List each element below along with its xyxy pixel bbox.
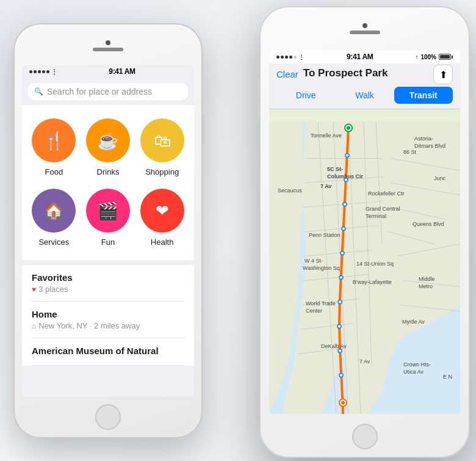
status-bar-left: ⋮ 9:41 AM	[22, 65, 194, 78]
svg-text:86 St: 86 St	[403, 149, 417, 155]
shopping-label: Shopping	[145, 167, 179, 176]
tab-walk[interactable]: Walk	[335, 87, 394, 104]
home-button-right[interactable]	[352, 424, 378, 449]
svg-text:World Trade: World Trade	[306, 300, 336, 307]
health-icon-circle: ❤	[140, 189, 184, 233]
status-right-right: ↑ 100%	[415, 54, 453, 60]
share-button[interactable]: ⬆	[433, 65, 453, 84]
status-time-left: 9:41 AM	[109, 67, 135, 76]
list-item-home[interactable]: Home ⌂ New York, NY · 2 miles away	[32, 302, 184, 338]
status-bar-right: ⋮ 9:41 AM ↑ 100%	[269, 50, 460, 64]
fun-icon: 🎬	[97, 201, 118, 221]
signal-dots-right	[276, 56, 297, 59]
svg-text:Middle: Middle	[419, 276, 435, 282]
category-drinks[interactable]: ☕ Drinks	[81, 112, 135, 183]
right-phone-screen: ⋮ 9:41 AM ↑ 100% ⬆	[269, 50, 460, 414]
categories-grid: 🍴 Food ☕ Drinks 🛍 Shopping	[22, 105, 194, 260]
clear-button[interactable]: Clear	[276, 69, 298, 79]
svg-point-27	[347, 126, 350, 130]
svg-text:Center: Center	[306, 308, 322, 314]
svg-text:Penn Station: Penn Station	[309, 232, 341, 238]
svg-text:Crown Hts-: Crown Hts-	[403, 361, 431, 368]
services-icon-circle: 🏠	[32, 189, 76, 233]
category-services[interactable]: 🏠 Services	[27, 183, 81, 253]
category-shopping[interactable]: 🛍 Shopping	[135, 112, 189, 183]
status-left-right: ⋮	[276, 54, 305, 60]
fun-icon-circle: 🎬	[86, 189, 130, 233]
maps-transit-app: ⬆ Clear To Prospect Park Drive Walk Tran…	[269, 64, 460, 414]
health-icon: ❤	[156, 201, 169, 220]
svg-point-36	[338, 300, 342, 304]
fun-label: Fun	[101, 238, 115, 247]
tab-transit[interactable]: Transit	[394, 87, 453, 104]
status-left-left: ⋮	[29, 68, 57, 75]
home-icon: ⌂	[32, 322, 36, 330]
svg-text:B'way-Lafayette: B'way-Lafayette	[353, 279, 392, 285]
signal-arrow-icon: ↑	[415, 54, 418, 60]
home-button[interactable]	[95, 404, 121, 430]
favorites-sub: ♥ 3 places	[32, 285, 184, 294]
map-area[interactable]: Tonnelle Ave 86 St Astoria- Ditmars Blvd…	[269, 109, 460, 414]
speaker-bar	[93, 48, 123, 51]
svg-point-39	[339, 374, 343, 377]
speaker-bar-right	[350, 31, 380, 34]
volume-down-right[interactable]	[257, 103, 259, 120]
power-button[interactable]	[203, 115, 205, 145]
header-top-row: Clear To Prospect Park	[276, 67, 453, 83]
svg-text:Washington Sq: Washington Sq	[303, 265, 340, 271]
battery-cap	[452, 56, 453, 59]
svg-point-37	[337, 325, 341, 329]
services-icon: 🏠	[44, 201, 63, 220]
maps-search-app: 🔍 Search for place or address 🍴 Food ☕ D…	[22, 78, 194, 397]
heart-icon: ♥	[32, 285, 36, 294]
favorites-title: Favorites	[32, 272, 184, 283]
phone-left: ⋮ 9:41 AM 🔍 Search for place or address …	[13, 23, 203, 438]
search-bar[interactable]: 🔍 Search for place or address	[28, 83, 188, 100]
volume-up-button[interactable]	[11, 96, 13, 114]
food-icon-circle: 🍴	[32, 118, 76, 162]
svg-text:Utica Av: Utica Av	[403, 369, 424, 375]
category-fun[interactable]: 🎬 Fun	[81, 183, 135, 253]
drinks-icon-circle: ☕	[86, 118, 130, 162]
battery-fill	[440, 55, 450, 59]
battery-icon-right	[439, 54, 453, 60]
svg-text:Ditmars Blvd: Ditmars Blvd	[414, 143, 445, 149]
svg-text:Terminal: Terminal	[366, 213, 386, 219]
home-title: Home	[32, 309, 184, 319]
health-label: Health	[151, 238, 174, 247]
battery-body	[439, 54, 451, 60]
wifi-icon-right: ⋮	[298, 54, 305, 60]
category-food[interactable]: 🍴 Food	[27, 112, 81, 183]
search-input-placeholder[interactable]: Search for place or address	[47, 87, 152, 96]
home-sub: ⌂ New York, NY · 2 miles away	[32, 321, 184, 330]
svg-text:Secaucus: Secaucus	[278, 187, 302, 194]
volume-up-right[interactable]	[257, 79, 259, 96]
svg-text:E N: E N	[443, 374, 452, 380]
list-item-favorites[interactable]: Favorites ♥ 3 places	[32, 265, 184, 302]
transit-header: ⬆ Clear To Prospect Park Drive Walk Tran…	[269, 64, 460, 109]
volume-down-button[interactable]	[11, 120, 13, 137]
svg-text:7 Av: 7 Av	[359, 358, 370, 365]
food-icon: 🍴	[43, 131, 65, 151]
svg-point-30	[345, 154, 349, 158]
drinks-icon: ☕	[97, 131, 118, 151]
services-label: Services	[38, 238, 69, 247]
transit-tabs: Drive Walk Transit	[276, 87, 453, 104]
svg-point-29	[341, 401, 345, 405]
drinks-label: Drinks	[97, 167, 120, 176]
mute-switch	[11, 82, 13, 92]
svg-text:Tonnelle Ave: Tonnelle Ave	[311, 132, 342, 139]
svg-text:Columbus Cir: Columbus Cir	[327, 173, 363, 180]
search-icon: 🔍	[34, 87, 43, 96]
svg-text:W 4 St-: W 4 St-	[305, 258, 323, 264]
svg-point-34	[341, 252, 344, 255]
list-item-museum[interactable]: American Museum of Natural	[32, 338, 184, 366]
power-button-right[interactable]	[470, 98, 472, 128]
mute-switch-right	[257, 65, 259, 74]
svg-point-38	[338, 349, 342, 353]
svg-text:DeKalb Av: DeKalb Av	[321, 343, 347, 349]
wifi-icon: ⋮	[51, 68, 57, 75]
shopping-icon-circle: 🛍	[140, 118, 184, 162]
tab-drive[interactable]: Drive	[276, 87, 335, 104]
category-health[interactable]: ❤ Health	[135, 183, 189, 253]
